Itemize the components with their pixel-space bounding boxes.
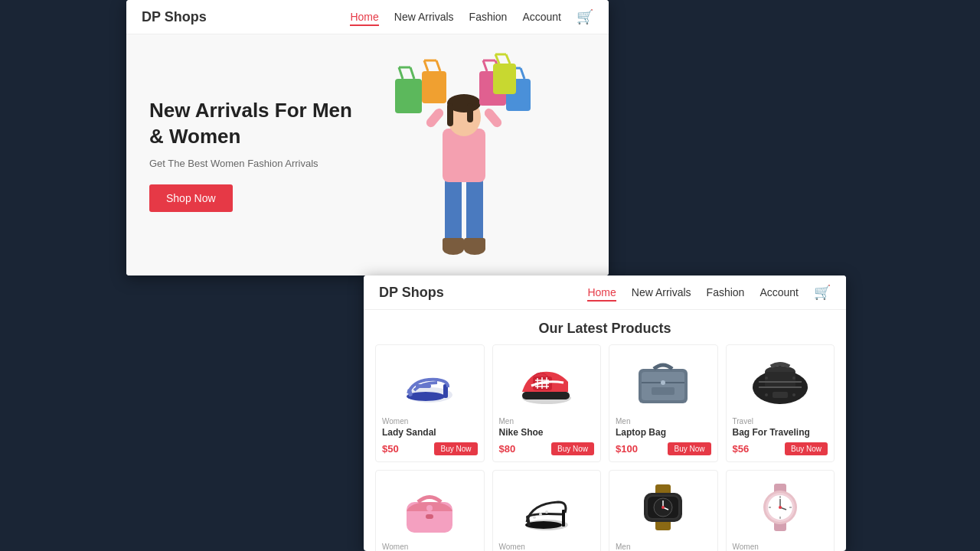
svg-rect-11 [424, 106, 445, 129]
buy-now-lady-sandal[interactable]: Buy Now [434, 442, 477, 455]
svg-rect-48 [642, 372, 684, 400]
product-category-heeled-sandal: Women [499, 543, 595, 551]
svg-line-14 [399, 67, 403, 79]
product-image-smart-watch [616, 477, 711, 538]
product-category-smart-watch: Men [616, 543, 711, 551]
product-price-laptop-bag: $100 [616, 443, 638, 455]
nav-home-products[interactable]: Home [587, 286, 616, 302]
hero-section: New Arrivals For Men & Women Get The Bes… [126, 34, 609, 276]
cart-icon-hero[interactable]: 🛒 [577, 9, 593, 24]
product-category-travel-bag: Travel [733, 417, 828, 425]
svg-rect-36 [416, 384, 431, 388]
product-card-smart-watch: Men Smart Watch $120 Buy Now [609, 470, 718, 551]
product-card-nike-shoe: Men Nike Shoe $80 Buy Now [492, 344, 602, 462]
product-image-ladies-watch [733, 477, 828, 538]
product-category-ladies-watch: Women [733, 543, 828, 551]
svg-point-80 [662, 506, 665, 509]
hero-title: New Arrivals For Men & Women [149, 98, 369, 150]
section-title: Our Latest Products [364, 310, 846, 344]
svg-point-60 [765, 377, 768, 380]
nav-fashion-products[interactable]: Fashion [707, 286, 745, 298]
product-price-lady-sandal: $50 [382, 443, 399, 455]
product-image-nike-shoe [499, 351, 595, 412]
svg-line-22 [483, 60, 487, 71]
nav-account-products[interactable]: Account [760, 286, 799, 298]
svg-rect-29 [493, 64, 516, 94]
svg-line-15 [410, 67, 414, 79]
svg-rect-10 [467, 103, 473, 122]
product-card-heeled-sandal: Women Heeled Sandal $65 Buy Now [492, 470, 602, 551]
svg-point-50 [661, 380, 665, 385]
svg-point-70 [539, 513, 542, 516]
product-image-travel-bag [733, 351, 828, 412]
nav-links-products: Home New Arrivals Fashion Account 🛒 [587, 284, 831, 301]
svg-rect-12 [482, 106, 503, 129]
svg-line-27 [521, 68, 524, 79]
buy-now-travel-bag[interactable]: Buy Now [785, 442, 828, 455]
product-card-laptop-bag: Men Laptop Bag $100 Buy Now [609, 344, 718, 462]
products-window: DP Shops Home New Arrivals Fashion Accou… [364, 276, 846, 551]
svg-rect-54 [765, 372, 795, 387]
svg-line-18 [424, 60, 428, 71]
svg-rect-6 [443, 129, 485, 182]
product-image-lady-sandal [382, 351, 478, 412]
product-footer-nike-shoe: $80 Buy Now [499, 442, 595, 455]
svg-line-31 [506, 54, 510, 64]
svg-rect-13 [395, 79, 422, 113]
nav-home-hero[interactable]: Home [350, 11, 378, 26]
hero-window: DP Shops Home New Arrivals Fashion Accou… [126, 0, 609, 276]
svg-point-58 [765, 393, 768, 396]
nav-new-arrivals-products[interactable]: New Arrivals [632, 286, 691, 298]
products-grid: Women Lady Sandal $50 Buy Now [364, 344, 846, 551]
shop-now-button[interactable]: Shop Now [149, 184, 233, 212]
nav-fashion-hero[interactable]: Fashion [469, 11, 508, 23]
svg-rect-9 [447, 103, 453, 126]
product-image-handbag [382, 477, 478, 538]
nav-account-hero[interactable]: Account [522, 11, 561, 23]
product-category-laptop-bag: Men [616, 417, 711, 425]
brand-logo-hero[interactable]: DP Shops [142, 9, 207, 25]
svg-point-35 [407, 392, 445, 401]
product-name-travel-bag: Bag For Traveling [733, 427, 828, 438]
svg-rect-57 [773, 392, 788, 398]
product-card-ladies-watch: Women Ladies Watch $95 Buy Now [726, 470, 835, 551]
svg-rect-64 [426, 514, 433, 519]
product-image-laptop-bag [616, 351, 711, 412]
navbar-products: DP Shops Home New Arrivals Fashion Accou… [364, 276, 846, 310]
product-name-laptop-bag: Laptop Bag [616, 427, 711, 438]
svg-point-59 [792, 393, 795, 396]
svg-point-71 [545, 510, 548, 514]
product-footer-travel-bag: $56 Buy Now [733, 442, 828, 455]
brand-logo-products[interactable]: DP Shops [379, 285, 444, 301]
svg-point-92 [779, 506, 782, 509]
svg-rect-4 [443, 238, 464, 250]
svg-rect-0 [445, 178, 462, 247]
nav-new-arrivals-hero[interactable]: New Arrivals [394, 11, 454, 23]
nav-links-hero: Home New Arrivals Fashion Account 🛒 [350, 8, 593, 25]
product-footer-lady-sandal: $50 Buy Now [382, 442, 478, 455]
product-image-heeled-sandal [499, 477, 595, 538]
svg-rect-39 [522, 392, 570, 399]
svg-rect-5 [464, 238, 485, 250]
buy-now-laptop-bag[interactable]: Buy Now [668, 442, 710, 455]
product-price-nike-shoe: $80 [499, 443, 516, 455]
navbar-hero: DP Shops Home New Arrivals Fashion Accou… [126, 0, 609, 34]
svg-point-61 [792, 377, 795, 380]
svg-rect-51 [652, 387, 675, 395]
cart-icon-products[interactable]: 🛒 [814, 285, 831, 300]
product-card-handbag: Women Pink Handbag $45 Buy Now [375, 470, 485, 551]
product-card-travel-bag: Travel Bag For Traveling $56 Buy Now [726, 344, 835, 462]
svg-line-19 [436, 60, 440, 71]
product-category-nike-shoe: Men [499, 417, 595, 425]
product-price-travel-bag: $56 [733, 443, 750, 455]
svg-point-67 [525, 521, 562, 529]
product-category-handbag: Women [382, 543, 478, 551]
svg-point-69 [533, 516, 536, 519]
product-footer-laptop-bag: $100 Buy Now [616, 442, 711, 455]
hero-subtitle: Get The Best Women Fashion Arrivals [149, 158, 369, 169]
buy-now-nike-shoe[interactable]: Buy Now [551, 442, 594, 455]
svg-point-63 [426, 505, 433, 511]
hero-content: New Arrivals For Men & Women Get The Bes… [126, 67, 392, 243]
svg-rect-1 [466, 178, 483, 247]
product-category-lady-sandal: Women [382, 417, 478, 425]
